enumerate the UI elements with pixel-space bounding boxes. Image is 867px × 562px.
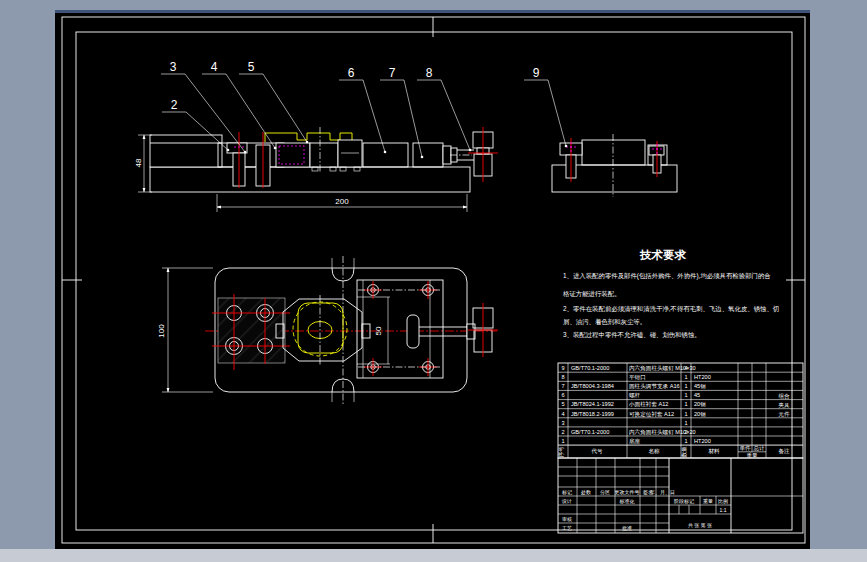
bom-cell: 1 [684, 392, 687, 398]
bom-cell: 可换定位衬套 A12 [629, 411, 674, 418]
tb-scale-value: 1:1 [720, 507, 727, 513]
bom-cell: 1 [684, 420, 687, 426]
callout-4: 4 [211, 60, 218, 74]
callout-6: 6 [348, 66, 355, 80]
bushing-section [276, 143, 310, 167]
bom-cell: 20钢 [694, 411, 706, 417]
bom-cell: 6 [561, 392, 564, 398]
bom-cell: 1 [561, 438, 564, 444]
bom-cell: 小圆柱衬套 A12 [628, 401, 668, 408]
tb-design: 设计 [561, 498, 572, 504]
tb-approve: 批准 [622, 525, 632, 532]
callout-3: 3 [170, 60, 177, 74]
bom-cell: 3 [561, 420, 564, 426]
mid-block [310, 143, 338, 167]
callout-2: 2 [171, 98, 178, 112]
slider-block [338, 140, 362, 167]
bom-header-qty: 数量 [681, 446, 687, 458]
tb-stage: 阶段标记 [674, 498, 694, 505]
tb-doc: 更改文件号 [615, 489, 640, 495]
tb-mark: 标记 [561, 489, 572, 496]
bom-cell: 9 [561, 365, 564, 371]
tech-req-title: 技术要求 [639, 249, 687, 261]
bom-header-code: 代号 [590, 448, 603, 454]
bom-cell: 平钳口 [629, 374, 646, 381]
callout-7: 7 [389, 66, 396, 80]
tb-date: 年、月、日 [650, 489, 675, 496]
bom-cell: 45 [694, 392, 700, 398]
dim-48: 48 [134, 158, 143, 167]
bom-header-material: 材料 [707, 448, 720, 455]
cad-sheet: 48 200 100 50 2 3 4 5 6 7 8 9 技术要求 1、进入装… [0, 0, 867, 562]
bom-cell: HT200 [694, 438, 711, 444]
bom-cell: HT200 [694, 374, 711, 380]
dim-100: 100 [157, 324, 166, 338]
bom-cell: 1 [684, 374, 687, 380]
bom-cell: 1 [684, 411, 687, 417]
bom-cell: JB/T8024.1-1992 [571, 401, 614, 407]
left-plate [150, 135, 222, 167]
tech-req-line-5: 3、装配过程中零件不允许磕、碰、划伤和锈蚀。 [563, 331, 701, 339]
tb-process: 工艺 [562, 525, 572, 531]
bom-cell: 圆柱头调节支承 A16 [629, 383, 680, 390]
bom-remark-merged: 元件 [778, 411, 790, 417]
bom-cell: 1 [684, 401, 687, 407]
top-strip [55, 10, 810, 13]
callout-8: 8 [426, 66, 433, 80]
bom-header-weight-total: 总计 [752, 445, 765, 451]
t-handle [407, 315, 419, 348]
tb-standard: 标准化 [619, 498, 635, 505]
tb-scale: 比例 [718, 498, 728, 505]
tb-count: 处数 [581, 489, 591, 496]
bom-cell: 20钢 [694, 401, 706, 407]
tb-weight: 重量 [703, 498, 713, 504]
bom-cell: 1 [684, 438, 687, 444]
bom-cell: 4 [684, 365, 687, 371]
tech-req-line-3: 2、零件在装配前必须清理和清洗干净,不得有毛刺、飞边、氧化皮、锈蚀、切 [563, 305, 779, 313]
bom-header-name: 名称 [648, 448, 660, 455]
tb-sheets: 共 张 第 张 [688, 522, 712, 529]
bom-cell: JB/T8018.2-1999 [571, 411, 614, 417]
bottom-scrollband [0, 549, 867, 562]
tb-zone: 分区 [600, 489, 610, 495]
tech-req-line-1: 1、进入装配的零件及部件(包括外购件、外协件),均必须具有检验部门的合 [563, 272, 771, 280]
bom-header-seq: 序号 [558, 446, 564, 458]
bom-cell: 7 [561, 383, 564, 389]
bom-cell: 2 [561, 429, 564, 435]
tech-req-line-4: 屑、油污、着色剂和灰尘等。 [563, 318, 646, 326]
bom-header-remark: 备注 [778, 448, 790, 455]
dim-200: 200 [335, 197, 349, 206]
bom-cell: 5 [561, 401, 564, 407]
bom-header-weight-unit: 单件 [739, 445, 751, 451]
callout-9: 9 [533, 66, 540, 80]
bom-cell: 螺杆 [629, 392, 641, 398]
bom-cell: 8 [561, 374, 564, 380]
bom-cell: 2 [684, 429, 687, 435]
bom-cell: 1 [684, 383, 687, 389]
bom-remark-merged: 组合 [778, 393, 790, 399]
bom-cell: GB/T70.1-2000 [571, 365, 609, 371]
tb-check: 审核 [562, 516, 572, 522]
dim-50: 50 [374, 326, 383, 335]
bom-cell: GB/T70.1-2000 [571, 429, 609, 435]
bom-cell: 底座 [629, 438, 641, 444]
bom-cell: 4 [561, 411, 564, 417]
bom-cell: 45钢 [694, 383, 706, 389]
bom-cell: JB/T8004.3-1984 [571, 383, 614, 389]
callout-5: 5 [248, 60, 255, 74]
bom-remark-merged: 夹具 [778, 402, 790, 408]
bom-header-weight: 重量 [746, 452, 758, 458]
tech-req-line-2: 格证方能进行装配。 [562, 290, 621, 298]
